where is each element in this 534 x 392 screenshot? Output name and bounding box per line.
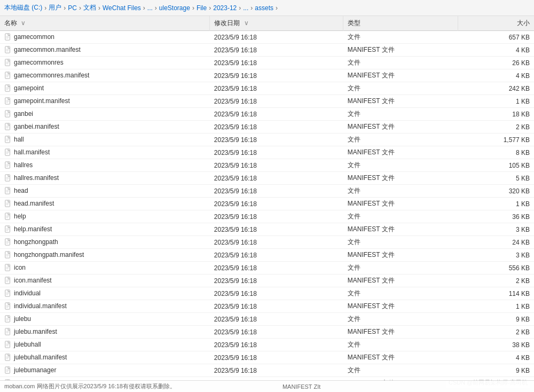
table-row[interactable]: individual 2023/5/9 16:18 文件 114 KB [0,287,534,300]
table-row[interactable]: individual.manifest 2023/5/9 16:18 MANIF… [0,300,534,313]
breadcrumb-item[interactable]: assets [255,4,273,12]
manifest-label: MANIFEST ZIt [282,383,320,390]
file-icon [4,33,12,41]
table-row[interactable]: ganbei 2023/5/9 16:18 文件 18 KB [0,108,534,121]
file-size: 38 KB [458,339,534,351]
file-type: 文件 [343,262,458,275]
table-row[interactable]: julebuhall.manifest 2023/5/9 16:18 MANIF… [0,351,534,364]
table-row[interactable]: julebu 2023/5/9 16:18 文件 9 KB [0,313,534,326]
svg-rect-100 [5,354,10,360]
file-type: MANIFEST 文件 [343,249,458,262]
breadcrumb-item[interactable]: 本地磁盘 (C:) [4,3,42,12]
file-type: MANIFEST 文件 [343,121,458,134]
table-row[interactable]: head 2023/5/9 16:18 文件 320 KB [0,185,534,198]
file-type: MANIFEST 文件 [343,146,458,159]
table-row[interactable]: ganbei.manifest 2023/5/9 16:18 MANIFEST … [0,121,534,134]
col-header-name[interactable]: 名称 ∨ [0,16,210,31]
breadcrumb-item[interactable]: PC [68,4,77,12]
table-row[interactable]: gamepoint.manifest 2023/5/9 16:18 MANIFE… [0,95,534,108]
file-table[interactable]: 名称 ∨ 修改日期 ∨ 类型 大小 [0,16,534,380]
svg-rect-56 [5,213,10,219]
file-size: 556 KB [458,262,534,275]
breadcrumb-item[interactable]: ... [147,4,153,12]
table-row[interactable]: help.manifest 2023/5/9 16:18 MANIFEST 文件… [0,223,534,236]
file-size: 1 KB [458,198,534,210]
notice-bar: moban.com 网络图片仅供展示2023/5/9 16:18有侵权请联系删除… [0,380,534,392]
file-size: 3 KB [458,249,534,262]
file-name: julebuhall.manifest [0,351,210,364]
file-size: 9 KB [458,313,534,326]
table-row[interactable]: hallres 2023/5/9 16:18 文件 105 KB [0,159,534,172]
svg-rect-12 [5,72,10,79]
table-row[interactable]: icon.manifest 2023/5/9 16:18 MANIFEST 文件… [0,275,534,287]
table-row[interactable]: help 2023/5/9 16:18 文件 36 KB [0,210,534,223]
file-name: help [0,210,210,223]
table-row[interactable]: hall.manifest 2023/5/9 16:18 MANIFEST 文件… [0,146,534,159]
table-row[interactable]: julebu.manifest 2023/5/9 16:18 MANIFEST … [0,326,534,339]
file-type: MANIFEST 文件 [343,300,458,313]
svg-rect-68 [5,252,10,258]
breadcrumb-item[interactable]: 2023-12 [213,4,237,12]
table-row[interactable]: gamecommon.manifest 2023/5/9 16:18 MANIF… [0,44,534,57]
table-row[interactable]: hall 2023/5/9 16:18 文件 1,577 KB [0,134,534,146]
svg-rect-36 [5,149,10,155]
table-row[interactable]: hallres.manifest 2023/5/9 16:18 MANIFEST… [0,172,534,185]
table-row[interactable]: gamecommon 2023/5/9 16:18 文件 657 KB [0,31,534,44]
col-header-date[interactable]: 修改日期 ∨ [210,16,343,31]
file-date: 2023/5/9 16:18 [210,236,343,249]
col-header-size[interactable]: 大小 [458,16,534,31]
file-name: hallres.manifest [0,172,210,185]
file-icon [4,187,12,194]
breadcrumb-item[interactable]: File [197,4,207,12]
table-row[interactable]: julebumanager 2023/5/9 16:18 文件 9 KB [0,364,534,377]
file-type: MANIFEST 文件 [343,275,458,287]
table-row[interactable]: julebuhall 2023/5/9 16:18 文件 38 KB [0,339,534,351]
file-size: 4 KB [458,69,534,82]
breadcrumb-item[interactable]: uleStorage [159,4,190,12]
file-icon [4,366,12,374]
svg-rect-32 [5,136,10,143]
file-type: 文件 [343,185,458,198]
file-date: 2023/5/9 16:18 [210,210,343,223]
file-date: 2023/5/9 16:18 [210,275,343,287]
file-type: 文件 [343,134,458,146]
file-date: 2023/5/9 16:18 [210,121,343,134]
file-type: 文件 [343,57,458,69]
file-name: icon.manifest [0,275,210,287]
table-row[interactable]: hongzhongpath 2023/5/9 16:18 文件 24 KB [0,236,534,249]
breadcrumb-item[interactable]: WeChat Files [103,4,141,12]
table-row[interactable]: gamecommonres 2023/5/9 16:18 文件 26 KB [0,57,534,69]
svg-rect-28 [5,123,10,130]
file-date: 2023/5/9 16:18 [210,159,343,172]
breadcrumb-item[interactable]: 用户 [49,3,61,12]
file-name: gamecommonres.manifest [0,69,210,82]
file-date: 2023/5/9 16:18 [210,82,343,95]
file-size: 2 KB [458,326,534,339]
breadcrumb-item[interactable]: ... [243,4,248,12]
file-name: individual [0,287,210,300]
table-row[interactable]: head.manifest 2023/5/9 16:18 MANIFEST 文件… [0,198,534,210]
table-row[interactable]: hongzhongpath.manifest 2023/5/9 16:18 MA… [0,249,534,262]
file-date: 2023/5/9 16:18 [210,300,343,313]
file-size: 5 KB [458,172,534,185]
col-header-type[interactable]: 类型 [343,16,458,31]
breadcrumb-item[interactable]: 文档 [83,3,96,12]
file-type: MANIFEST 文件 [343,44,458,57]
file-icon [4,200,12,207]
file-name: individual.manifest [0,300,210,313]
file-size: 2 KB [458,275,534,287]
file-size: 105 KB [458,159,534,172]
svg-rect-0 [5,34,10,40]
file-date: 2023/5/9 16:18 [210,313,343,326]
file-date: 2023/5/9 16:18 [210,326,343,339]
file-date: 2023/5/9 16:18 [210,108,343,121]
file-size: 8 KB [458,146,534,159]
file-date: 2023/5/9 16:18 [210,134,343,146]
file-icon [4,84,12,92]
svg-rect-96 [5,341,10,348]
file-type: 文件 [343,31,458,44]
table-row[interactable]: gamecommonres.manifest 2023/5/9 16:18 MA… [0,69,534,82]
file-date: 2023/5/9 16:18 [210,95,343,108]
table-row[interactable]: gamepoint 2023/5/9 16:18 文件 242 KB [0,82,534,95]
table-row[interactable]: icon 2023/5/9 16:18 文件 556 KB [0,262,534,275]
